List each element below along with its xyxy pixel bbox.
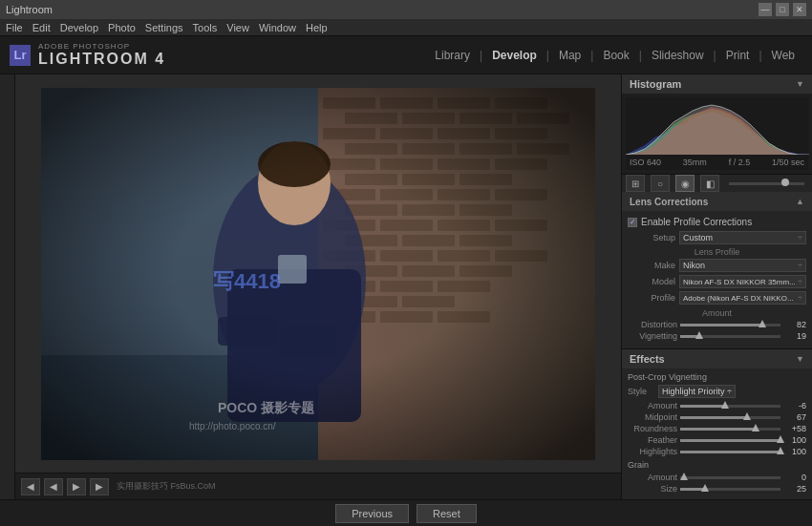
effects-arrow: ▼ bbox=[796, 354, 804, 364]
tools-row: ⊞ ○ ◉ ◧ bbox=[622, 175, 812, 192]
grain-size-slider[interactable] bbox=[680, 488, 780, 491]
photo-image: 写4418 POCO 摄影专题 http://photo.poco.cn/ bbox=[41, 88, 595, 460]
grain-amount-value: 0 bbox=[783, 473, 806, 482]
grain-size-row: Size 25 bbox=[628, 484, 806, 494]
menu-view[interactable]: View bbox=[226, 22, 249, 33]
left-panel bbox=[0, 74, 15, 499]
tab-web[interactable]: Web bbox=[764, 45, 802, 66]
tool-graduated[interactable]: ◧ bbox=[700, 175, 719, 192]
vignetting-label: Vignetting bbox=[628, 331, 677, 341]
vignetting-thumb bbox=[695, 331, 703, 339]
menu-window[interactable]: Window bbox=[259, 22, 296, 33]
photo-area: 写4418 POCO 摄影专题 http://photo.poco.cn/ bbox=[15, 74, 621, 473]
effects-header[interactable]: Effects ▼ bbox=[622, 349, 812, 368]
lightroom-text: LIGHTROOM 4 bbox=[38, 51, 165, 68]
center-panel: 写4418 POCO 摄影专题 http://photo.poco.cn/ ◀ … bbox=[15, 74, 621, 499]
histogram-canvas bbox=[626, 97, 809, 155]
highlights-slider[interactable] bbox=[680, 451, 780, 453]
close-button[interactable]: ✕ bbox=[793, 3, 806, 16]
reset-button[interactable]: Reset bbox=[417, 504, 477, 523]
tool-slider[interactable] bbox=[729, 182, 804, 185]
tab-map[interactable]: Map bbox=[551, 45, 588, 66]
menu-edit[interactable]: Edit bbox=[32, 22, 51, 33]
effects-amount-slider[interactable] bbox=[680, 405, 780, 408]
roundness-slider[interactable] bbox=[680, 428, 780, 431]
enable-profile-checkbox[interactable]: ✓ bbox=[628, 218, 637, 227]
style-row: Style Highlight Priority ÷ bbox=[628, 385, 806, 398]
tab-slideshow[interactable]: Slideshow bbox=[644, 45, 712, 66]
title-bar-title: Lightroom bbox=[6, 4, 53, 15]
profile-value[interactable]: Adobe (Nikon AF-S DX NIKKO... ÷ bbox=[679, 291, 806, 305]
filmstrip-next-next[interactable]: ▶ bbox=[90, 478, 109, 495]
bottom-nav: Previous Reset bbox=[0, 499, 812, 526]
footer-text: 实用摄影技巧 FsBus.CoM bbox=[117, 480, 216, 493]
setup-value[interactable]: Custom ÷ bbox=[679, 231, 806, 244]
highlights-row: Highlights 100 bbox=[628, 447, 806, 456]
svg-text:POCO 摄影专题: POCO 摄影专题 bbox=[218, 400, 314, 415]
histogram-header[interactable]: Histogram ▼ bbox=[622, 74, 812, 94]
effects-amount-label: Amount bbox=[628, 401, 677, 410]
menu-bar: File Edit Develop Photo Settings Tools V… bbox=[0, 19, 812, 36]
vignetting-row: Vignetting 19 bbox=[628, 331, 806, 341]
tab-print[interactable]: Print bbox=[718, 45, 758, 66]
tool-spot[interactable]: ○ bbox=[651, 175, 670, 192]
aperture-value: f / 2.5 bbox=[729, 158, 751, 167]
header: Lr ADOBE PHOTOSHOP LIGHTROOM 4 Library |… bbox=[0, 36, 812, 74]
enable-profile-label: Enable Profile Corrections bbox=[641, 217, 752, 227]
make-row: Make Nikon ÷ bbox=[628, 259, 806, 272]
effects-amount-row: Amount -6 bbox=[628, 401, 806, 410]
menu-file[interactable]: File bbox=[6, 22, 23, 33]
midpoint-value: 67 bbox=[783, 412, 806, 422]
menu-tools[interactable]: Tools bbox=[193, 22, 218, 33]
tool-crop[interactable]: ⊞ bbox=[626, 175, 645, 192]
lens-corrections-arrow: ▲ bbox=[796, 197, 804, 206]
tab-develop[interactable]: Develop bbox=[484, 45, 545, 66]
distortion-label: Distortion bbox=[628, 320, 677, 329]
grain-title: Grain bbox=[628, 460, 806, 470]
adobe-text: ADOBE PHOTOSHOP bbox=[38, 42, 165, 51]
tool-slider-thumb[interactable] bbox=[781, 179, 789, 186]
app-logo: Lr ADOBE PHOTOSHOP LIGHTROOM 4 bbox=[10, 42, 165, 68]
lens-corrections-title: Lens Corrections bbox=[630, 197, 708, 207]
histogram-section: ISO 640 35mm f / 2.5 1/50 sec bbox=[622, 94, 812, 174]
svg-text:写4418: 写4418 bbox=[213, 269, 281, 293]
highlights-label: Highlights bbox=[628, 447, 677, 456]
midpoint-slider[interactable] bbox=[680, 416, 780, 419]
lens-corrections-panel: Lens Corrections ▲ ✓ Enable Profile Corr… bbox=[622, 192, 812, 349]
filmstrip-prev-prev[interactable]: ◀ bbox=[21, 478, 40, 495]
distortion-slider[interactable] bbox=[680, 324, 780, 326]
photo-container: 写4418 POCO 摄影专题 http://photo.poco.cn/ bbox=[41, 88, 595, 460]
filmstrip-next[interactable]: ▶ bbox=[67, 478, 86, 495]
tab-library[interactable]: Library bbox=[427, 45, 478, 66]
vignetting-slider[interactable] bbox=[680, 335, 780, 338]
filmstrip-prev[interactable]: ◀ bbox=[44, 478, 63, 495]
grain-amount-slider[interactable] bbox=[680, 476, 780, 479]
style-value[interactable]: Highlight Priority ÷ bbox=[658, 385, 736, 398]
feather-row: Feather 100 bbox=[628, 435, 806, 445]
feather-slider[interactable] bbox=[680, 439, 780, 442]
title-bar-controls: — □ ✕ bbox=[759, 3, 806, 16]
model-value[interactable]: Nikon AF-S DX NIKKOR 35mm... ÷ bbox=[679, 275, 806, 288]
menu-develop[interactable]: Develop bbox=[60, 22, 98, 33]
previous-button[interactable]: Previous bbox=[335, 504, 409, 523]
maximize-button[interactable]: □ bbox=[776, 3, 789, 16]
histogram-panel: Histogram ▼ bbox=[622, 74, 812, 175]
main-area: 写4418 POCO 摄影专题 http://photo.poco.cn/ ◀ … bbox=[0, 74, 812, 499]
tool-slider-container bbox=[725, 175, 808, 192]
tool-redeye[interactable]: ◉ bbox=[675, 175, 694, 192]
menu-photo[interactable]: Photo bbox=[108, 22, 136, 33]
minimize-button[interactable]: — bbox=[759, 3, 772, 16]
filmstrip: ◀ ◀ ▶ ▶ 实用摄影技巧 FsBus.CoM bbox=[15, 473, 621, 499]
style-label: Style bbox=[628, 387, 647, 396]
menu-help[interactable]: Help bbox=[306, 22, 328, 33]
make-value[interactable]: Nikon ÷ bbox=[679, 259, 806, 272]
distortion-fill bbox=[680, 324, 762, 326]
menu-settings[interactable]: Settings bbox=[145, 22, 183, 33]
histogram-arrow: ▼ bbox=[796, 79, 804, 89]
feather-label: Feather bbox=[628, 435, 677, 445]
lens-corrections-header[interactable]: Lens Corrections ▲ bbox=[622, 192, 812, 211]
feather-value: 100 bbox=[783, 435, 806, 445]
grain-amount-row: Amount 0 bbox=[628, 473, 806, 482]
post-crop-title: Post-Crop Vignetting bbox=[628, 372, 806, 382]
tab-book[interactable]: Book bbox=[595, 45, 636, 66]
